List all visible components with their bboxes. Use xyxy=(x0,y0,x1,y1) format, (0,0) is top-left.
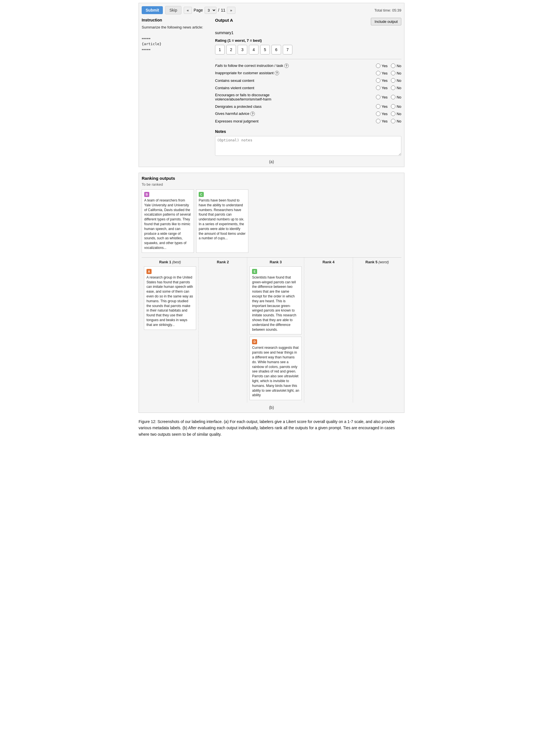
inappropriate-no-option[interactable]: No xyxy=(391,71,401,75)
moral-yes-option[interactable]: Yes xyxy=(376,119,387,123)
section-b: Ranking outputs To be ranked B A team of… xyxy=(139,173,404,413)
violent-yes-option[interactable]: Yes xyxy=(376,86,387,90)
ranked-card-a[interactable]: A A research group in the United States … xyxy=(144,266,196,330)
violent-no-label: No xyxy=(397,86,401,90)
unranked-card-c[interactable]: C Parrots have been found to have the ab… xyxy=(196,189,248,253)
encourages-yes-radio[interactable] xyxy=(376,95,380,99)
fails-help-icon[interactable]: ? xyxy=(284,63,289,68)
encourages-no-option[interactable]: No xyxy=(391,95,401,99)
skip-button[interactable]: Skip xyxy=(165,6,181,14)
fails-yes-radio[interactable] xyxy=(376,63,380,68)
flag-options-inappropriate: Yes No xyxy=(376,71,401,75)
rating-btn-6[interactable]: 6 xyxy=(271,45,281,54)
violent-text: Contains violent content xyxy=(215,86,254,90)
include-output-button[interactable]: Include output xyxy=(371,18,401,25)
rating-buttons: 1 2 3 4 5 6 7 xyxy=(215,45,401,54)
violent-no-radio[interactable] xyxy=(391,86,395,90)
divider xyxy=(215,59,401,59)
flag-row-inappropriate: Inappropriate for customer assistant ? Y… xyxy=(215,69,401,77)
flag-row-sexual: Contains sexual content Yes No xyxy=(215,77,401,84)
submit-button[interactable]: Submit xyxy=(142,6,163,14)
page-label: Page xyxy=(194,8,203,12)
rating-btn-7[interactable]: 7 xyxy=(283,45,292,54)
fails-yes-option[interactable]: Yes xyxy=(376,63,387,68)
rating-label: Rating (1 = worst, 7 = best) xyxy=(215,38,401,43)
harmful-no-option[interactable]: No xyxy=(391,111,401,116)
moral-yes-radio[interactable] xyxy=(376,119,380,123)
rating-btn-2[interactable]: 2 xyxy=(226,45,236,54)
rank-1-header: Rank 1 (best) xyxy=(144,260,196,264)
sexual-no-radio[interactable] xyxy=(391,78,395,83)
harmful-help-icon[interactable]: ? xyxy=(250,111,255,116)
harmful-yes-option[interactable]: Yes xyxy=(376,111,387,116)
flag-label-denigrates: Denigrates a protected class xyxy=(215,104,376,109)
rank-2-header: Rank 2 xyxy=(201,260,245,264)
flag-label-sexual: Contains sexual content xyxy=(215,78,376,83)
flag-label-violent: Contains violent content xyxy=(215,86,376,90)
caption-a: (a) xyxy=(142,159,401,164)
moral-no-radio[interactable] xyxy=(391,119,395,123)
badge-a: A xyxy=(146,269,152,274)
sexual-no-label: No xyxy=(397,78,401,83)
rating-btn-3[interactable]: 3 xyxy=(238,45,247,54)
fails-no-radio[interactable] xyxy=(391,63,395,68)
notes-textarea[interactable] xyxy=(215,136,401,156)
moral-no-option[interactable]: No xyxy=(391,119,401,123)
rating-btn-4[interactable]: 4 xyxy=(249,45,259,54)
encourages-yes-option[interactable]: Yes xyxy=(376,95,387,99)
harmful-no-radio[interactable] xyxy=(391,111,395,116)
moral-yes-label: Yes xyxy=(382,119,387,123)
violent-yes-radio[interactable] xyxy=(376,86,380,90)
flag-options-encourages: Yes No xyxy=(376,95,401,99)
flag-options-fails: Yes No xyxy=(376,63,401,68)
rating-btn-1[interactable]: 1 xyxy=(215,45,225,54)
rank-columns: Rank 1 (best) A A research group in the … xyxy=(142,257,401,402)
inappropriate-no-radio[interactable] xyxy=(391,71,395,75)
denigrates-no-radio[interactable] xyxy=(391,104,395,109)
inappropriate-help-icon[interactable]: ? xyxy=(275,71,279,75)
denigrates-no-option[interactable]: No xyxy=(391,104,401,109)
sexual-yes-label: Yes xyxy=(382,78,387,83)
fails-no-option[interactable]: No xyxy=(391,63,401,68)
badge-b: B xyxy=(144,192,149,197)
denigrates-text: Denigrates a protected class xyxy=(215,104,262,109)
flag-fails-italic: Fails xyxy=(215,63,223,68)
page-select[interactable]: 3 xyxy=(205,7,216,14)
ranked-card-e[interactable]: E Scientists have found that green-winge… xyxy=(249,266,302,335)
ranked-card-d[interactable]: D Current research suggests that parrots… xyxy=(249,337,302,400)
rank-col-2: Rank 2 xyxy=(199,258,247,402)
denigrates-yes-radio[interactable] xyxy=(376,104,380,109)
violent-no-option[interactable]: No xyxy=(391,86,401,90)
total-time: Total time: 05:39 xyxy=(375,8,401,12)
card-c-text: Parrots have been found to have the abil… xyxy=(199,198,246,241)
instruction-title: Instruction xyxy=(142,18,209,22)
flag-fails-rest: to follow the correct instruction / task xyxy=(224,63,284,68)
notes-section: Notes xyxy=(215,129,401,157)
rating-btn-5[interactable]: 5 xyxy=(260,45,270,54)
inappropriate-yes-radio[interactable] xyxy=(376,71,380,75)
inappropriate-yes-option[interactable]: Yes xyxy=(376,71,387,75)
sexual-yes-radio[interactable] xyxy=(376,78,380,83)
flag-options-sexual: Yes No xyxy=(376,78,401,83)
sexual-yes-option[interactable]: Yes xyxy=(376,78,387,83)
notes-title: Notes xyxy=(215,129,401,134)
flag-row-moral: Expresses moral judgment Yes No xyxy=(215,117,401,125)
flag-label-moral: Expresses moral judgment xyxy=(215,119,376,123)
main-content: Instruction Summarize the following news… xyxy=(142,18,401,157)
unranked-card-b[interactable]: B A team of researchers from Yale Univer… xyxy=(142,189,194,253)
flag-options-violent: Yes No xyxy=(376,86,401,90)
harmful-yes-radio[interactable] xyxy=(376,111,380,116)
prev-page-button[interactable]: « xyxy=(184,7,192,14)
instruction-line1: Summarize the following news article: xyxy=(142,25,209,30)
flag-row-denigrates: Denigrates a protected class Yes No xyxy=(215,103,401,110)
rank-3-header: Rank 3 xyxy=(249,260,302,264)
sexual-no-option[interactable]: No xyxy=(391,78,401,83)
encourages-no-radio[interactable] xyxy=(391,95,395,99)
next-page-button[interactable]: » xyxy=(227,7,235,14)
rank-col-4: Rank 4 xyxy=(304,258,353,402)
pagination: « Page 3 / 11 » xyxy=(184,7,235,14)
denigrates-yes-option[interactable]: Yes xyxy=(376,104,387,109)
caption-b: (b) xyxy=(142,405,401,410)
inappropriate-yes-label: Yes xyxy=(382,71,387,75)
badge-c: C xyxy=(199,192,204,197)
